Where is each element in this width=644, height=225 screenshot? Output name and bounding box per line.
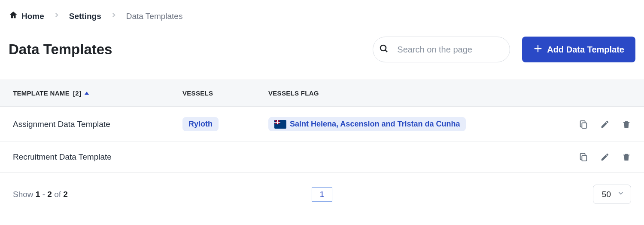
per-page-select[interactable]: 50 xyxy=(593,185,631,204)
data-templates-table: TEMPLATE NAME [2] VESSELS VESSELS FLAG A… xyxy=(0,80,644,173)
template-name-cell[interactable]: Recruitment Data Template xyxy=(13,152,182,162)
chevron-right-icon xyxy=(110,11,118,21)
search-input[interactable] xyxy=(373,37,510,62)
breadcrumb-current: Data Templates xyxy=(126,12,183,21)
delete-icon[interactable] xyxy=(622,120,631,129)
table-row: Recruitment Data Template xyxy=(0,142,644,173)
vessel-tag-label: Ryloth xyxy=(188,120,213,129)
breadcrumb: Home Settings Data Templates xyxy=(9,10,635,22)
template-name-cell[interactable]: Assignment Data Template xyxy=(13,120,182,129)
column-header-name[interactable]: TEMPLATE NAME [2] xyxy=(13,89,182,97)
sort-ascending-icon xyxy=(85,92,89,95)
chevron-right-icon xyxy=(53,11,61,21)
svg-rect-5 xyxy=(582,155,586,161)
footer-show-text: Show 1 - 2 of 2 xyxy=(13,190,68,199)
page-number-button[interactable]: 1 xyxy=(312,187,332,202)
copy-icon[interactable] xyxy=(579,120,588,129)
table-row: Assignment Data Template Ryloth Saint He… xyxy=(0,107,644,142)
column-name-count: [2] xyxy=(73,89,81,97)
chevron-down-icon xyxy=(617,189,625,199)
flag-tag[interactable]: Saint Helena, Ascension and Tristan da C… xyxy=(268,117,466,131)
column-header-vessels[interactable]: VESSELS xyxy=(182,89,268,97)
flag-tag-label: Saint Helena, Ascension and Tristan da C… xyxy=(290,120,460,129)
svg-line-1 xyxy=(386,50,388,52)
copy-icon[interactable] xyxy=(579,152,588,162)
per-page-value: 50 xyxy=(602,190,611,199)
breadcrumb-settings[interactable]: Settings xyxy=(69,12,101,21)
vessel-tag[interactable]: Ryloth xyxy=(182,117,219,131)
page-title: Data Templates xyxy=(9,41,112,58)
svg-rect-4 xyxy=(582,123,586,128)
breadcrumb-home-label: Home xyxy=(21,12,44,21)
column-name-label: TEMPLATE NAME xyxy=(13,89,70,97)
edit-icon[interactable] xyxy=(600,152,610,162)
search-wrap xyxy=(373,37,510,62)
delete-icon[interactable] xyxy=(622,152,631,162)
edit-icon[interactable] xyxy=(600,120,610,129)
svg-point-0 xyxy=(380,45,386,51)
add-button-label: Add Data Template xyxy=(547,45,624,55)
flag-icon xyxy=(274,120,286,129)
add-data-template-button[interactable]: Add Data Template xyxy=(522,37,635,62)
plus-icon xyxy=(533,44,543,55)
breadcrumb-home[interactable]: Home xyxy=(9,10,44,22)
column-header-flag[interactable]: VESSELS FLAG xyxy=(268,89,631,97)
home-icon xyxy=(9,10,18,22)
search-icon xyxy=(379,43,389,55)
